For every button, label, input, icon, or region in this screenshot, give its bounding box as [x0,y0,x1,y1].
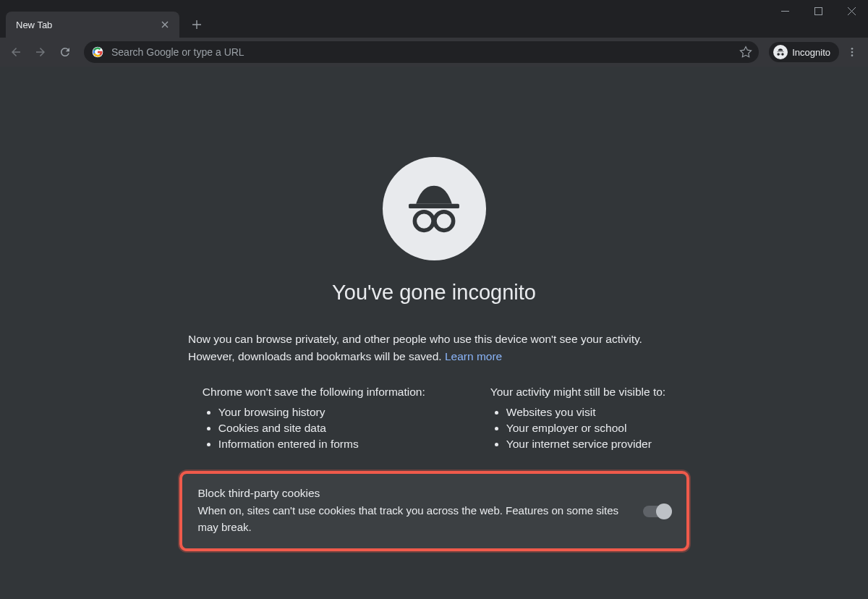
list-item: Your employer or school [506,420,665,436]
list-item: Information entered in forms [218,436,425,452]
visible-heading: Your activity might still be visible to: [490,386,665,399]
tab-title: New Tab [16,20,52,30]
list-item: Websites you visit [506,404,665,420]
svg-point-3 [851,51,854,54]
description-text: Now you can browse privately, and other … [188,333,642,362]
back-button[interactable] [4,41,27,64]
visible-list: Websites you visit Your employer or scho… [490,404,665,452]
visible-column: Your activity might still be visible to:… [490,386,665,452]
incognito-badge[interactable]: Incognito [769,42,839,62]
toggle-knob [656,504,672,519]
svg-point-6 [414,211,433,230]
page-content: You've gone incognito Now you can browse… [0,67,868,599]
minimize-button[interactable] [768,0,801,22]
wont-save-column: Chrome won't save the following informat… [203,386,425,452]
forward-button[interactable] [29,41,52,64]
page-description: Now you can browse privately, and other … [188,331,680,365]
bookmark-icon[interactable] [737,43,754,61]
block-cookies-toggle[interactable] [643,506,671,517]
cookie-text: Block third-party cookies When on, sites… [198,487,631,535]
close-window-button[interactable] [835,0,868,22]
list-item: Your browsing history [218,404,425,420]
reload-button[interactable] [54,41,77,64]
omnibox-input[interactable] [111,46,730,58]
info-columns: Chrome won't save the following informat… [203,386,665,452]
cookie-settings-box: Block third-party cookies When on, sites… [179,471,689,551]
menu-button[interactable] [841,41,864,64]
titlebar: New Tab [0,0,868,38]
cookie-description: When on, sites can't use cookies that tr… [198,503,631,535]
list-item: Cookies and site data [218,420,425,436]
cookie-title: Block third-party cookies [198,487,631,500]
tab-strip: New Tab [6,12,207,38]
svg-rect-0 [814,7,822,14]
toolbar: Incognito [0,38,868,67]
incognito-label: Incognito [792,47,830,58]
svg-rect-5 [409,203,459,208]
page-heading: You've gone incognito [332,281,536,305]
browser-tab[interactable]: New Tab [6,12,179,38]
incognito-icon [773,45,788,59]
maximize-button[interactable] [801,0,835,22]
close-tab-icon[interactable] [159,19,171,30]
list-item: Your internet service provider [506,436,665,452]
google-icon [91,46,104,59]
incognito-hero-icon [383,157,486,260]
svg-point-7 [435,211,454,230]
wont-save-heading: Chrome won't save the following informat… [203,386,425,399]
wont-save-list: Your browsing history Cookies and site d… [203,404,425,452]
window-controls [768,0,868,22]
svg-point-2 [851,48,854,50]
new-tab-button[interactable] [187,14,207,35]
svg-point-4 [851,54,854,56]
learn-more-link[interactable]: Learn more [445,350,502,362]
address-bar[interactable] [84,41,759,63]
